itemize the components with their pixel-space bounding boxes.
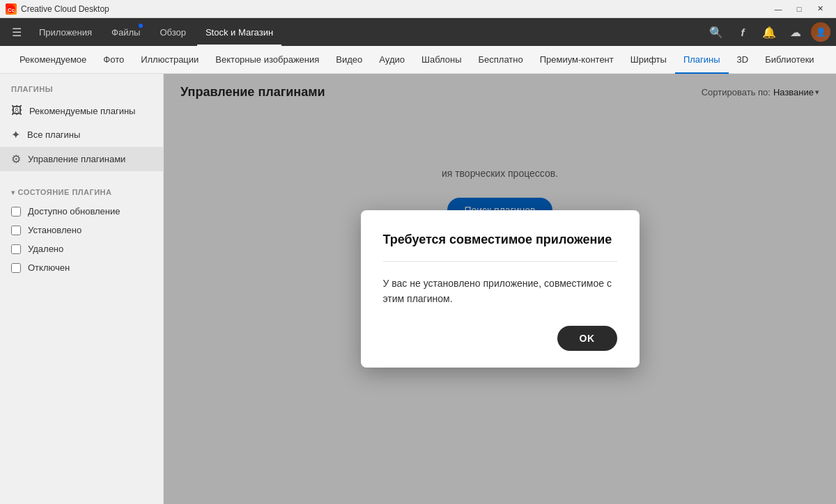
minimize-button[interactable]: — bbox=[768, 0, 789, 18]
cat-templates[interactable]: Шаблоны bbox=[413, 46, 470, 74]
dialog-title: Требуется совместимое приложение bbox=[383, 233, 617, 262]
window-controls: — □ ✕ bbox=[768, 0, 830, 18]
navbar-icons: 🔍 f 🔔 ☁ 👤 bbox=[705, 21, 830, 43]
dialog-ok-button[interactable]: OK bbox=[557, 326, 617, 351]
fonts-icon: f bbox=[741, 26, 745, 38]
dialog-body: У вас не установлено приложение, совмест… bbox=[383, 276, 617, 307]
bell-icon: 🔔 bbox=[762, 26, 776, 39]
sidebar-item-all-plugins[interactable]: ✦ Все плагины bbox=[0, 123, 163, 147]
cat-photo[interactable]: Фото bbox=[95, 46, 132, 74]
titlebar: Cc Creative Cloud Desktop — □ ✕ bbox=[0, 0, 836, 18]
cat-illustrations[interactable]: Иллюстрации bbox=[132, 46, 207, 74]
app-icon: Cc bbox=[6, 3, 17, 15]
sidebar: ПЛАГИНЫ 🖼 Рекомендуемые плагины ✦ Все пл… bbox=[0, 74, 164, 504]
sidebar-filter-disabled[interactable]: Отключен bbox=[0, 258, 163, 277]
hamburger-icon: ☰ bbox=[12, 26, 22, 39]
fonts-button[interactable]: f bbox=[732, 21, 754, 43]
sidebar-item-recommended-plugins[interactable]: 🖼 Рекомендуемые плагины bbox=[0, 99, 163, 123]
sidebar-filter-update-available[interactable]: Доступно обновление bbox=[0, 202, 163, 221]
cat-vectors[interactable]: Векторные изображения bbox=[207, 46, 327, 74]
nav-item-apps[interactable]: Приложения bbox=[31, 18, 100, 46]
chevron-down-icon: ▾ bbox=[11, 189, 15, 196]
main-layout: ПЛАГИНЫ 🖼 Рекомендуемые плагины ✦ Все пл… bbox=[0, 74, 836, 504]
nav-item-files[interactable]: Файлы bbox=[103, 18, 148, 46]
cloud-button[interactable]: ☁ bbox=[784, 21, 807, 43]
sidebar-filter-installed[interactable]: Установлено bbox=[0, 221, 163, 239]
checkbox-disabled[interactable] bbox=[11, 263, 21, 273]
cat-free[interactable]: Бесплатно bbox=[470, 46, 532, 74]
avatar-image: 👤 bbox=[816, 27, 826, 37]
nav-item-overview[interactable]: Обзор bbox=[151, 18, 194, 46]
sidebar-section-plugins: ПЛАГИНЫ bbox=[0, 85, 163, 99]
manage-plugins-icon: ⚙ bbox=[11, 152, 21, 166]
content-area: Управление плагинами Сортировать по: Наз… bbox=[164, 74, 836, 504]
cloud-icon: ☁ bbox=[790, 26, 801, 39]
nav-item-stock[interactable]: Stock и Магазин bbox=[197, 18, 281, 46]
sidebar-item-manage-plugins[interactable]: ⚙ Управление плагинами bbox=[0, 147, 163, 171]
cat-premium[interactable]: Премиум-контент bbox=[532, 46, 622, 74]
sidebar-filter-removed[interactable]: Удалено bbox=[0, 239, 163, 258]
navbar: ☰ Приложения Файлы Обзор Stock и Магазин… bbox=[0, 18, 836, 46]
cat-fonts[interactable]: Шрифты bbox=[622, 46, 675, 74]
notification-dot bbox=[139, 24, 143, 28]
window-title: Creative Cloud Desktop bbox=[21, 4, 768, 14]
cat-libraries[interactable]: Библиотеки bbox=[757, 46, 822, 74]
dialog-footer: OK bbox=[383, 326, 617, 351]
checkbox-removed[interactable] bbox=[11, 244, 21, 254]
dialog: Требуется совместимое приложение У вас н… bbox=[361, 210, 640, 368]
close-button[interactable]: ✕ bbox=[810, 0, 830, 18]
cat-video[interactable]: Видео bbox=[327, 46, 371, 74]
checkbox-installed[interactable] bbox=[11, 226, 21, 235]
search-button[interactable]: 🔍 bbox=[705, 21, 727, 43]
cat-audio[interactable]: Аудио bbox=[371, 46, 413, 74]
avatar[interactable]: 👤 bbox=[811, 22, 830, 42]
cat-recommended[interactable]: Рекомендуемое bbox=[11, 46, 95, 74]
sidebar-filter-section[interactable]: ▾ СОСТОЯНИЕ ПЛАГИНА bbox=[0, 182, 163, 202]
notifications-button[interactable]: 🔔 bbox=[758, 21, 780, 43]
cat-3d[interactable]: 3D bbox=[729, 46, 757, 74]
modal-overlay: Требуется совместимое приложение У вас н… bbox=[164, 74, 836, 504]
all-plugins-icon: ✦ bbox=[11, 128, 20, 141]
maximize-button[interactable]: □ bbox=[789, 0, 810, 18]
svg-text:Cc: Cc bbox=[8, 7, 15, 13]
cat-plugins[interactable]: Плагины bbox=[675, 46, 729, 74]
search-icon: 🔍 bbox=[709, 26, 723, 39]
menu-icon[interactable]: ☰ bbox=[6, 21, 28, 43]
catbar: Рекомендуемое Фото Иллюстрации Векторные… bbox=[0, 46, 836, 74]
recommended-plugins-icon: 🖼 bbox=[11, 104, 22, 117]
checkbox-update[interactable] bbox=[11, 207, 21, 216]
